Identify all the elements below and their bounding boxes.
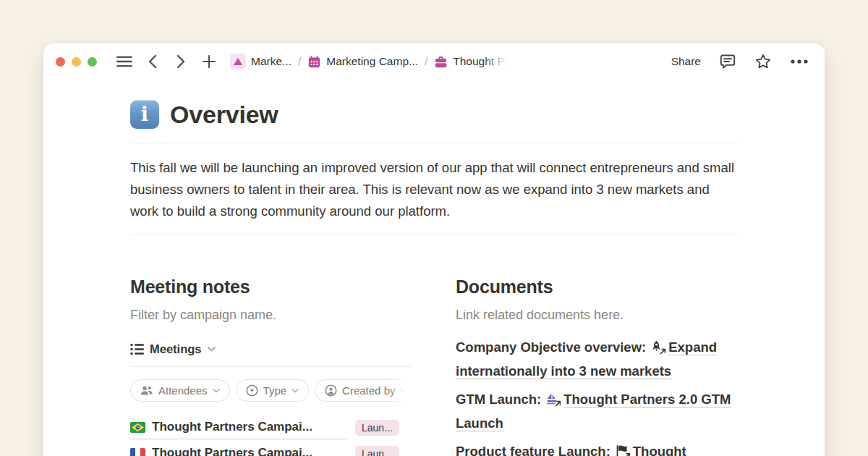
- meeting-notes-caption: Filter by campaign name.: [130, 308, 412, 323]
- sailboat-icon: [545, 392, 561, 406]
- nav-controls: [116, 54, 217, 69]
- france-flag-icon: [130, 448, 145, 456]
- breadcrumb-item-marketing-campaigns[interactable]: Marketing Camp...: [305, 54, 421, 70]
- document-label: Product feature Launch:: [456, 444, 610, 456]
- chevron-down-icon: [213, 389, 220, 393]
- maximize-window-button[interactable]: [88, 57, 97, 67]
- favorite-star-icon[interactable]: [754, 53, 772, 70]
- breadcrumb-item-thought-partners[interactable]: Thought Pa: [431, 54, 514, 70]
- view-tab-label: Meetings: [150, 342, 202, 356]
- close-window-button[interactable]: [56, 57, 65, 67]
- page-title-block: i Overview: [130, 100, 738, 129]
- document-entry: GTM Launch:Thought Partners 2.0 GTM Laun…: [456, 387, 738, 435]
- documents-caption: Link related documents here.: [456, 308, 738, 323]
- list-item[interactable]: Thought Partners Campai... Laun...: [130, 420, 412, 439]
- meetings-list: Thought Partners Campai... Laun... Thoug…: [130, 420, 412, 456]
- document-entry: Company Objective overview:Expand intern…: [456, 335, 738, 383]
- teamspace-triangle-icon: [230, 54, 246, 69]
- list-item[interactable]: Thought Partners Campai... Laun...: [130, 446, 412, 456]
- filter-chip-type[interactable]: Type: [236, 379, 310, 402]
- back-button[interactable]: [145, 54, 161, 69]
- page-link-title: Thought Partners Campai...: [152, 420, 312, 434]
- select-property-icon: [246, 384, 258, 397]
- brazil-flag-icon: [130, 422, 145, 433]
- person-icon: [325, 384, 337, 397]
- view-tabs-bar: Meetings: [130, 342, 412, 367]
- briefcase-icon: [434, 55, 448, 69]
- breadcrumb-label: Marke...: [251, 55, 292, 68]
- filter-chip-attendees[interactable]: Attendees: [130, 379, 230, 402]
- forward-button[interactable]: [173, 54, 189, 69]
- page-title: Overview: [170, 101, 278, 129]
- breadcrumb-separator: /: [421, 55, 431, 68]
- intro-paragraph: This fall we will be launching an improv…: [130, 157, 738, 222]
- filter-bar: Attendees Type: [130, 379, 412, 403]
- breadcrumb-label: Marketing Camp...: [326, 55, 418, 68]
- breadcrumb-truncation-fade: [483, 55, 511, 68]
- campaign-tag: Laun...: [355, 446, 399, 456]
- info-emoji-icon: i: [130, 100, 159, 129]
- titlebar: Marke... / Marketing Camp... / Thought P…: [43, 43, 825, 80]
- sidebar-menu-icon[interactable]: [116, 54, 132, 69]
- filter-bar-truncation-fade: [388, 379, 412, 403]
- page-body: i Overview This fall we will be launchin…: [43, 100, 825, 456]
- filter-chip-label: Type: [263, 384, 287, 397]
- filter-chip-label: Attendees: [158, 384, 208, 397]
- breadcrumb-separator: /: [294, 55, 305, 68]
- document-entry: Product feature Launch:Thought: [456, 439, 738, 456]
- page-link-title: Thought Partners Campai...: [152, 446, 312, 456]
- meeting-notes-heading: Meeting notes: [130, 276, 412, 297]
- minimize-window-button[interactable]: [72, 57, 81, 67]
- more-options-icon[interactable]: [790, 59, 809, 64]
- documents-heading: Documents: [456, 276, 738, 297]
- chevron-down-icon: [292, 389, 299, 393]
- notion-window: Marke... / Marketing Camp... / Thought P…: [43, 43, 825, 456]
- chevron-down-icon: [208, 347, 216, 352]
- rocket-icon: [650, 340, 666, 354]
- divider: [130, 235, 738, 235]
- list-view-icon: [130, 343, 144, 355]
- documents-column: Documents Link related documents here. C…: [456, 276, 738, 456]
- meetings-view-tab[interactable]: Meetings: [130, 342, 216, 356]
- comments-icon[interactable]: [719, 53, 736, 70]
- meeting-notes-column: Meeting notes Filter by campaign name. M…: [130, 276, 412, 456]
- page-mention-link[interactable]: Thought: [633, 444, 686, 456]
- document-label: GTM Launch:: [456, 392, 541, 407]
- document-label: Company Objective overview:: [456, 339, 646, 355]
- breadcrumb-item-teamspace[interactable]: Marke...: [227, 52, 294, 71]
- calendar-icon: [307, 55, 321, 69]
- titlebar-actions: Share: [671, 53, 809, 70]
- divider: [130, 143, 738, 143]
- breadcrumb: Marke... / Marketing Camp... / Thought P…: [227, 52, 514, 71]
- traffic-lights: [56, 57, 97, 67]
- new-page-button[interactable]: [201, 54, 217, 69]
- people-icon: [140, 386, 153, 396]
- campaign-tag: Laun...: [355, 420, 399, 436]
- document-links: Company Objective overview:Expand intern…: [456, 335, 738, 456]
- share-button[interactable]: Share: [671, 55, 701, 68]
- flag-icon: [615, 444, 631, 456]
